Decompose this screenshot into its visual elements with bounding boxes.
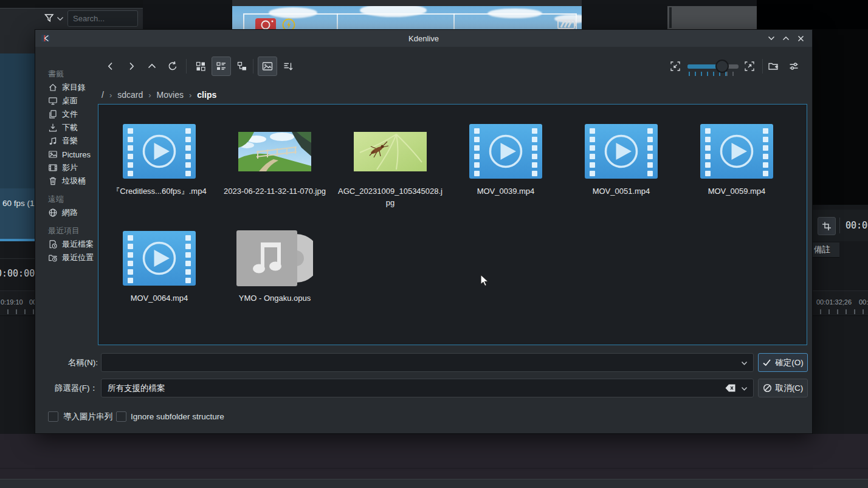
sidebar-item-label: 下載 bbox=[62, 122, 78, 133]
divider bbox=[0, 258, 35, 259]
zoom-slider[interactable] bbox=[687, 57, 739, 76]
filename-combobox[interactable] bbox=[101, 353, 754, 372]
file-name-label: MOV_0059.mp4 bbox=[708, 186, 766, 198]
ok-button[interactable]: 確定(O) bbox=[758, 353, 808, 372]
filter-value: 所有支援的檔案 bbox=[108, 379, 165, 397]
breadcrumb-separator-icon: › bbox=[189, 91, 191, 100]
pictures-icon bbox=[48, 149, 58, 159]
sidebar-item-label: 音樂 bbox=[62, 136, 78, 146]
bin-clip-label: 60 fps (1 bbox=[2, 199, 35, 208]
sidebar-item-trash[interactable]: 垃圾桶 bbox=[35, 174, 98, 188]
sidebar-item-documents[interactable]: 文件 bbox=[35, 108, 98, 121]
view-icons-button[interactable] bbox=[191, 57, 210, 76]
video-file-icon bbox=[700, 120, 773, 182]
sidebar-item-recent-files[interactable]: 最近檔案 bbox=[35, 238, 98, 251]
sidebar-item-music[interactable]: 音樂 bbox=[35, 134, 98, 148]
file-item[interactable]: 『Creditless...60fps』.mp4 bbox=[102, 120, 217, 227]
file-item[interactable]: YMO - Ongaku.opus bbox=[217, 227, 332, 334]
cancel-button-label: 取消(C) bbox=[776, 383, 804, 394]
file-item[interactable]: 2023-06-22-11-32-11-070.jpg bbox=[217, 120, 332, 227]
cancel-button[interactable]: 取消(C) bbox=[758, 379, 808, 397]
sidebar-item-pictures[interactable]: Pictures bbox=[35, 148, 98, 161]
zoom-in-button[interactable] bbox=[740, 57, 759, 76]
sort-button[interactable] bbox=[278, 57, 298, 76]
battery-icon bbox=[557, 19, 577, 29]
file-name-label: MOV_0051.mp4 bbox=[593, 186, 650, 198]
options-button[interactable] bbox=[784, 57, 804, 76]
view-details-button[interactable] bbox=[212, 57, 231, 76]
toolbar-separator bbox=[762, 59, 763, 74]
video-file-icon bbox=[123, 120, 196, 182]
sidebar-item-desktop[interactable]: 桌面 bbox=[35, 94, 98, 108]
sidebar-item-label: 網路 bbox=[62, 207, 78, 218]
minimize-icon[interactable] bbox=[765, 32, 778, 44]
image-thumbnail bbox=[354, 120, 427, 182]
network-icon bbox=[48, 208, 58, 218]
bg-statusbar bbox=[0, 479, 868, 488]
filter-combobox[interactable]: 所有支援的檔案 bbox=[101, 379, 754, 397]
filter-chevron-down-icon[interactable] bbox=[57, 16, 64, 21]
video-file-icon bbox=[469, 120, 542, 182]
sidebar-section-header: 書籤 bbox=[35, 67, 98, 81]
video-file-icon bbox=[585, 120, 658, 182]
bg-gap bbox=[143, 0, 232, 29]
filename-input[interactable] bbox=[102, 354, 739, 371]
ignore-subfolder-label[interactable]: Ignore subfolder structure bbox=[131, 411, 224, 422]
search-input[interactable] bbox=[67, 10, 138, 27]
desktop-icon bbox=[48, 96, 58, 106]
import-sequence-label[interactable]: 導入圖片串列 bbox=[63, 411, 112, 422]
download-icon bbox=[48, 123, 58, 132]
file-grid-view[interactable]: 『Creditless...60fps』.mp42023-06-22-11-32… bbox=[98, 104, 807, 345]
ok-button-label: 確定(O) bbox=[775, 357, 804, 368]
new-folder-button[interactable] bbox=[763, 57, 783, 76]
bg-panel-gray bbox=[667, 6, 757, 29]
slider-handle[interactable] bbox=[715, 60, 729, 73]
dialog-titlebar[interactable]: Kdenlive bbox=[35, 30, 812, 47]
maximize-icon[interactable] bbox=[779, 32, 793, 44]
timeline-ruler-left[interactable]: 0:19:10 00 bbox=[0, 290, 35, 316]
name-label: 名稱(N): bbox=[35, 353, 98, 372]
breadcrumb-item-sdcard[interactable]: sdcard bbox=[117, 90, 143, 100]
sidebar-item-home[interactable]: 家目錄 bbox=[35, 81, 98, 94]
notes-tab[interactable]: 備註 bbox=[813, 242, 839, 258]
breadcrumb-item-Movies[interactable]: Movies bbox=[157, 90, 184, 100]
file-item[interactable]: MOV_0039.mp4 bbox=[448, 120, 563, 227]
project-bin-selected-clip[interactable]: 60 fps (1 bbox=[0, 53, 35, 241]
file-dialog: Kdenlive 書籤家目錄桌面文件下載音樂Pictures影片垃圾桶遠端網路最… bbox=[35, 29, 813, 434]
sidebar-item-recent-locations[interactable]: 最近位置 bbox=[35, 251, 98, 264]
sidebar-item-downloads[interactable]: 下載 bbox=[35, 121, 98, 134]
crop-button[interactable] bbox=[818, 217, 836, 235]
nav-back-button[interactable] bbox=[101, 57, 120, 76]
zoom-out-button[interactable] bbox=[666, 57, 685, 76]
breadcrumb-item-[interactable]: / bbox=[102, 90, 104, 100]
sidebar-section-header: 最近項目 bbox=[35, 224, 98, 238]
filter-funnel-icon[interactable] bbox=[44, 13, 55, 24]
timeline-ruler-right[interactable]: 00:01:32;26 00: bbox=[813, 290, 868, 316]
ignore-subfolder-checkbox[interactable] bbox=[116, 411, 126, 422]
breadcrumb: /›sdcard›Movies›clips bbox=[102, 88, 216, 101]
sidebar-item-label: 文件 bbox=[62, 109, 78, 120]
view-tree-button[interactable] bbox=[232, 57, 252, 76]
flash-icon bbox=[282, 18, 295, 29]
chevron-down-icon[interactable] bbox=[741, 361, 748, 366]
file-name-label: YMO - Ongaku.opus bbox=[239, 293, 311, 304]
sidebar-item-videos[interactable]: 影片 bbox=[35, 161, 98, 174]
file-item[interactable]: MOV_0059.mp4 bbox=[679, 120, 794, 227]
chevron-down-icon[interactable] bbox=[741, 387, 748, 391]
sidebar-item-network[interactable]: 網路 bbox=[35, 206, 98, 219]
file-item[interactable]: MOV_0051.mp4 bbox=[563, 120, 679, 227]
file-item[interactable]: AGC_20231009_105345028.jpg bbox=[332, 120, 448, 227]
sidebar-item-label: 最近位置 bbox=[62, 252, 94, 263]
clear-text-icon[interactable] bbox=[725, 383, 736, 393]
file-item[interactable]: MOV_0064.mp4 bbox=[102, 227, 217, 334]
close-icon[interactable] bbox=[794, 32, 807, 44]
breadcrumb-item-clips[interactable]: clips bbox=[197, 90, 216, 100]
sidebar-item-label: 家目錄 bbox=[62, 82, 86, 93]
nav-up-button[interactable] bbox=[142, 57, 162, 76]
nav-forward-button[interactable] bbox=[122, 57, 141, 76]
refresh-button[interactable] bbox=[163, 57, 182, 76]
file-name-label: MOV_0064.mp4 bbox=[131, 293, 188, 304]
preview-toggle-button[interactable] bbox=[258, 57, 277, 76]
import-sequence-checkbox[interactable] bbox=[48, 411, 58, 422]
viewfinder-divider bbox=[453, 13, 455, 29]
